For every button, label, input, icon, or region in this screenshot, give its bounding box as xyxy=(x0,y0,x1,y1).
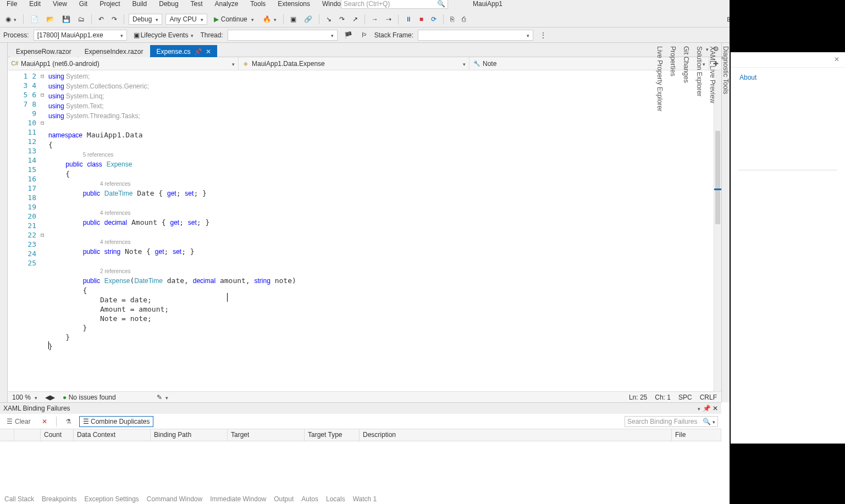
save-button[interactable]: 💾 xyxy=(60,14,73,24)
tab-expenseindex[interactable]: ExpenseIndex.razor xyxy=(79,45,150,57)
fold-gutter[interactable]: ⊟ ⊟ ⊟ ⊟ xyxy=(41,70,48,391)
binding-search[interactable]: Search Binding Failures 🔍 xyxy=(625,416,718,427)
hot-reload-button[interactable]: 🔥 xyxy=(261,14,279,24)
clear-button[interactable]: ☰ Clear xyxy=(3,417,34,427)
secondary-close-icon[interactable]: ✕ xyxy=(834,56,840,63)
menu-build[interactable]: Build xyxy=(130,0,150,8)
combine-duplicates-button[interactable]: ☰ Combine Duplicates xyxy=(79,416,154,427)
panel-pin-icon[interactable]: 📌 xyxy=(703,405,711,412)
close-tab-icon[interactable]: ✕ xyxy=(206,48,211,56)
col-target-type[interactable]: Target Type xyxy=(305,429,360,441)
thread-dropdown[interactable] xyxy=(228,30,338,41)
open-button[interactable]: 📂 xyxy=(44,14,57,24)
show-threads-button[interactable]: 🏳 xyxy=(359,30,370,40)
col-description[interactable]: Description xyxy=(360,429,672,441)
editor-area: ExpenseRow.razor ExpenseIndex.razor Expe… xyxy=(8,43,721,402)
pause-button[interactable]: ⏸ xyxy=(403,14,414,24)
panel-dropdown-icon[interactable] xyxy=(696,405,700,412)
redo-button[interactable]: ↷ xyxy=(109,14,119,24)
rail-live-property-explorer[interactable]: Live Property Explorer xyxy=(656,46,664,399)
save-all-button[interactable]: 🗂 xyxy=(76,14,87,24)
continue-button[interactable]: ▶Continue xyxy=(211,14,257,24)
col-data-context[interactable]: Data Context xyxy=(74,429,151,441)
nav-class-dropdown[interactable]: ◆MauiApp1.Data.Expense xyxy=(239,57,470,70)
panel-close-icon[interactable]: ✕ xyxy=(713,405,718,412)
tab-about[interactable]: About xyxy=(739,74,756,81)
tab-watch1[interactable]: Watch 1 xyxy=(353,495,377,504)
rail-solution-explorer[interactable]: Solution Explorer xyxy=(695,46,703,399)
menu-extensions[interactable]: Extensions xyxy=(275,0,312,8)
menu-debug[interactable]: Debug xyxy=(157,0,180,8)
bottom-panel-titlebar[interactable]: XAML Binding Failures 📌 ✕ xyxy=(0,403,721,414)
col-target[interactable]: Target xyxy=(228,429,305,441)
col-icon[interactable] xyxy=(0,429,14,441)
tab-autos[interactable]: Autos xyxy=(301,495,318,504)
rail-xaml-live-preview[interactable]: XAML Live Preview xyxy=(709,46,716,399)
restart-button[interactable]: ⟳ xyxy=(429,14,439,24)
config-dropdown[interactable]: Debug xyxy=(129,14,162,25)
tab-output[interactable]: Output xyxy=(274,495,294,504)
col-file[interactable]: File xyxy=(672,429,721,441)
browser-link-button[interactable]: 🔗 xyxy=(302,14,314,24)
rail-diagnostic-tools[interactable]: Diagnostic Tools xyxy=(722,46,730,399)
menu-project[interactable]: Project xyxy=(97,0,122,8)
platform-dropdown[interactable]: Any CPU xyxy=(165,14,207,25)
undo-button[interactable]: ↶ xyxy=(96,14,106,24)
show-next-statement[interactable]: → xyxy=(369,14,380,24)
menu-view[interactable]: View xyxy=(51,0,69,8)
rail-git-changes[interactable]: Git Changes xyxy=(682,46,690,399)
code-editor[interactable]: 1 2 3 4 5 6 7 8 9 10 11 12 13 14 15 16 1… xyxy=(8,70,721,391)
tab-call-stack[interactable]: Call Stack xyxy=(4,495,34,504)
col-severity[interactable] xyxy=(14,429,41,441)
tab-expenserow[interactable]: ExpenseRow.razor xyxy=(10,45,78,57)
new-file-button[interactable]: 📄 xyxy=(28,14,41,24)
filter-button[interactable]: ⚗ xyxy=(62,417,75,427)
lifecycle-events-button[interactable]: ▣ Lifecycle Events xyxy=(131,30,196,40)
tab-exception-settings[interactable]: Exception Settings xyxy=(84,495,139,504)
menu-analyze[interactable]: Analyze xyxy=(213,0,241,8)
zoom-dropdown[interactable]: 100 % xyxy=(12,394,37,401)
menu-file[interactable]: File xyxy=(4,0,19,8)
process-dropdown[interactable]: [17800] MauiApp1.exe xyxy=(34,30,127,41)
menubar: File Edit View Git Project Build Debug T… xyxy=(0,0,845,11)
line-indicator[interactable]: Ln: 25 xyxy=(629,394,647,401)
toolbar-overflow[interactable]: ⋮ xyxy=(538,30,549,40)
nav-project-dropdown[interactable]: C#MauiApp1 (net6.0-android) xyxy=(8,57,239,70)
step-into-button[interactable]: ↘ xyxy=(324,14,334,24)
tab-command-window[interactable]: Command Window xyxy=(147,495,202,504)
delete-button[interactable]: ✕ xyxy=(38,417,51,427)
error-nav-icon[interactable]: ◀▶ xyxy=(45,394,55,401)
memory-button[interactable]: ⎙ xyxy=(460,14,468,24)
tab-immediate-window[interactable]: Immediate Window xyxy=(210,495,266,504)
menu-git[interactable]: Git xyxy=(77,0,90,8)
step-out-button[interactable]: ↗ xyxy=(350,14,360,24)
flag-thread-button[interactable]: 🏴 xyxy=(342,30,355,40)
quick-search[interactable]: Search (Ctrl+Q) 🔍 xyxy=(341,0,448,9)
apply-changes-button[interactable]: ⎘ xyxy=(448,14,456,24)
menu-test[interactable]: Test xyxy=(189,0,205,8)
secondary-window-tabbar: ✕ xyxy=(731,52,845,68)
stackframe-dropdown[interactable] xyxy=(418,30,533,41)
breakpoint-gutter[interactable] xyxy=(8,70,20,391)
col-binding-path[interactable]: Binding Path xyxy=(151,429,228,441)
class-icon: ◆ xyxy=(242,60,250,68)
step-button[interactable]: ⇢ xyxy=(384,14,394,24)
menu-tools[interactable]: Tools xyxy=(248,0,268,8)
tab-locals[interactable]: Locals xyxy=(326,495,345,504)
col-count[interactable]: Count xyxy=(41,429,74,441)
menu-edit[interactable]: Edit xyxy=(27,0,43,8)
indent-icon[interactable]: ✎ xyxy=(157,394,168,401)
nav-back-button[interactable]: ◉ xyxy=(3,14,19,24)
left-tool-well[interactable] xyxy=(0,43,8,402)
tab-expense-cs[interactable]: Expense.cs📌✕ xyxy=(150,45,217,57)
pin-icon[interactable]: 📌 xyxy=(194,48,202,56)
thread-label: Thread: xyxy=(200,31,223,39)
window-title: MauiApp1 xyxy=(473,0,502,8)
rail-properties[interactable]: Properties xyxy=(669,46,677,399)
stop-debug-button[interactable]: ▣ xyxy=(288,14,299,24)
step-over-button[interactable]: ↷ xyxy=(337,14,347,24)
stop-button[interactable]: ■ xyxy=(417,14,426,24)
tab-breakpoints[interactable]: Breakpoints xyxy=(42,495,76,504)
code-content[interactable]: using System; using System.Collections.G… xyxy=(48,70,714,391)
active-files-dropdown[interactable] xyxy=(704,45,709,53)
